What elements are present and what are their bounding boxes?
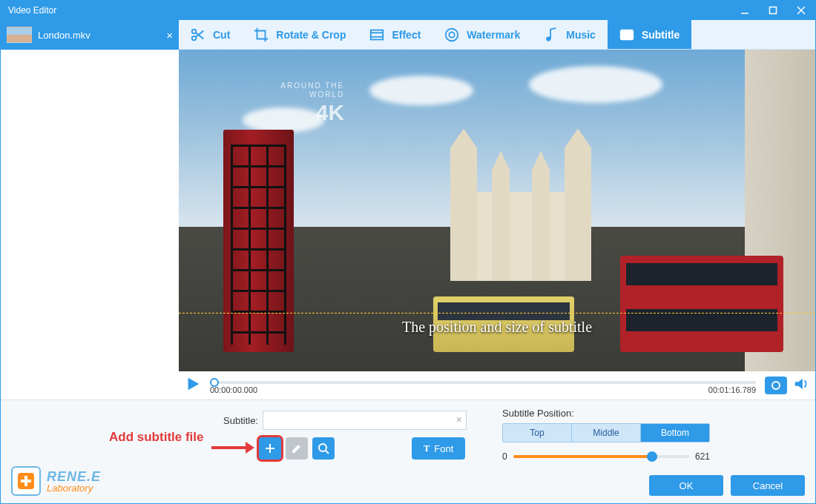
tab-cut[interactable]: Cut bbox=[179, 20, 242, 49]
subtitle-field-label: Subtitle: bbox=[223, 415, 258, 426]
slider-max: 621 bbox=[695, 451, 710, 462]
edit-subtitle-button[interactable] bbox=[286, 437, 308, 460]
subtitle-overlay-text: The position and size of subtitle bbox=[179, 319, 815, 336]
annotation-arrow-icon bbox=[210, 440, 254, 455]
watermark-icon bbox=[443, 26, 461, 44]
snapshot-button[interactable] bbox=[765, 377, 787, 394]
position-bottom[interactable]: Bottom bbox=[640, 424, 709, 442]
position-slider[interactable] bbox=[513, 455, 689, 458]
svg-point-11 bbox=[446, 28, 458, 41]
clear-input-icon[interactable]: × bbox=[456, 414, 462, 425]
position-segmented: Top Middle Bottom bbox=[502, 423, 710, 442]
scissors-icon bbox=[189, 26, 207, 44]
ok-button[interactable]: OK bbox=[649, 475, 723, 496]
file-name: London.mkv bbox=[38, 30, 91, 41]
tab-effect[interactable]: Effect bbox=[358, 20, 432, 49]
tab-watermark[interactable]: Watermark bbox=[432, 20, 532, 49]
app-window: Video Editor London.mkv × Cut bbox=[0, 0, 816, 504]
svg-line-22 bbox=[326, 451, 329, 454]
svg-marker-24 bbox=[246, 442, 254, 454]
plus-logo-icon bbox=[11, 466, 41, 496]
position-top[interactable]: Top bbox=[503, 424, 571, 442]
subtitle-icon bbox=[618, 26, 636, 44]
tool-toolbar: Cut Rotate & Crop Effect Watermark bbox=[179, 20, 815, 50]
file-sidebar: London.mkv × bbox=[1, 20, 179, 399]
tab-subtitle[interactable]: Subtitle bbox=[608, 20, 691, 49]
play-button[interactable] bbox=[185, 376, 201, 395]
preview-watermark: AROUND THE WORLD 4K bbox=[280, 82, 344, 126]
svg-point-4 bbox=[192, 29, 197, 33]
music-note-icon bbox=[542, 26, 560, 44]
svg-point-5 bbox=[192, 36, 197, 40]
search-subtitle-button[interactable] bbox=[312, 437, 335, 460]
position-label: Subtitle Position: bbox=[502, 408, 725, 419]
maximize-button[interactable] bbox=[759, 1, 787, 20]
annotation-text: Add subtitle file bbox=[109, 430, 204, 445]
file-thumbnail bbox=[7, 27, 32, 43]
close-file-icon[interactable]: × bbox=[166, 29, 173, 42]
seek-slider[interactable] bbox=[210, 381, 756, 384]
title-bar: Video Editor bbox=[1, 1, 815, 20]
window-title: Video Editor bbox=[8, 5, 56, 16]
add-subtitle-button[interactable] bbox=[259, 437, 281, 460]
position-middle[interactable]: Middle bbox=[571, 424, 640, 442]
svg-rect-1 bbox=[770, 7, 777, 14]
time-total: 00:01:16.789 bbox=[708, 385, 756, 394]
svg-rect-8 bbox=[371, 30, 384, 39]
svg-marker-17 bbox=[188, 378, 200, 391]
tab-music[interactable]: Music bbox=[532, 20, 608, 49]
time-current: 00:00:00.000 bbox=[210, 385, 257, 394]
playback-bar: 00:00:00.000 00:01:16.789 bbox=[179, 371, 815, 399]
volume-button[interactable] bbox=[793, 376, 809, 395]
font-button[interactable]: T Font bbox=[412, 437, 465, 460]
close-window-button[interactable] bbox=[787, 1, 815, 20]
svg-point-21 bbox=[319, 444, 326, 451]
minimize-button[interactable] bbox=[731, 1, 759, 20]
tab-rotate-crop[interactable]: Rotate & Crop bbox=[242, 20, 358, 49]
subtitle-path-input[interactable] bbox=[263, 411, 467, 430]
subtitle-panel: Subtitle: × T Font bbox=[1, 399, 815, 503]
svg-rect-14 bbox=[621, 30, 634, 39]
svg-marker-18 bbox=[795, 379, 803, 390]
brand-logo: RENE.E Laboratory bbox=[11, 466, 101, 496]
file-tab[interactable]: London.mkv × bbox=[1, 20, 179, 50]
subtitle-guide-line bbox=[179, 313, 815, 314]
slider-min: 0 bbox=[502, 451, 507, 462]
video-preview[interactable]: AROUND THE WORLD 4K The position and siz… bbox=[179, 50, 815, 371]
cancel-button[interactable]: Cancel bbox=[731, 475, 805, 496]
crop-icon bbox=[252, 26, 270, 44]
text-icon: T bbox=[424, 442, 430, 454]
svg-point-12 bbox=[450, 32, 455, 37]
filmstrip-icon bbox=[368, 26, 386, 44]
